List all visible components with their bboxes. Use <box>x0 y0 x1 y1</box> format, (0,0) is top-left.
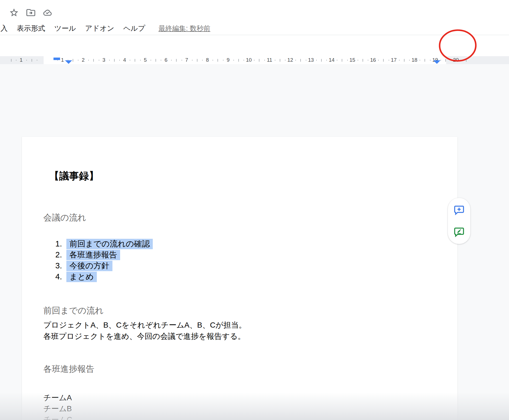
ruler-number: 8 <box>197 57 218 63</box>
team-line[interactable]: チームA <box>43 392 72 403</box>
ruler-tick <box>26 60 27 61</box>
ruler-unit: 9 <box>218 56 239 64</box>
list-item-number: 2. <box>22 250 62 260</box>
ruler-unit: 3 <box>94 56 114 64</box>
ruler-tick <box>37 60 37 61</box>
teams-paragraph: チームAチームBチームC <box>43 392 72 420</box>
ruler-number: 14 <box>321 57 342 63</box>
cloud-saved-icon[interactable] <box>42 7 53 18</box>
ruler-number: 10 <box>239 57 259 63</box>
ruler-unit: 6 <box>156 56 177 64</box>
list-item-number: 1. <box>22 239 62 249</box>
list-item[interactable]: 2. 各班進捗報告 <box>22 250 457 261</box>
list-item-number: 4. <box>22 272 62 282</box>
ruler-number: 11 <box>259 57 280 63</box>
add-comment-icon <box>453 204 465 216</box>
ruler-unit: 12 <box>280 56 301 64</box>
ruler-number: 15 <box>342 57 363 63</box>
ruler-unit: 20 <box>446 56 466 64</box>
menu-item[interactable]: 表示形式 <box>17 24 45 33</box>
agenda-list: 1. 前回までの流れの確認 2. 各班進捗報告 3. 今後の方針 4. まとめ <box>22 239 457 283</box>
ruler-number: 3 <box>94 57 114 63</box>
ruler-unit: 8 <box>197 56 218 64</box>
document-quick-actions <box>9 7 53 18</box>
ruler-tick <box>16 60 16 61</box>
doc-title: 【議事録】 <box>49 170 99 182</box>
ruler-number: 12 <box>280 57 301 63</box>
ruler-unit: 15 <box>342 56 363 64</box>
left-indent-marker[interactable] <box>65 60 72 64</box>
team-line[interactable]: チームC <box>43 414 72 420</box>
ruler-number: 17 <box>383 57 404 63</box>
ruler-unit: 14 <box>321 56 342 64</box>
ruler-unit: 13 <box>301 56 321 64</box>
menubar: 入表示形式ツールアドオンヘルプ 最終編集: 数秒前 <box>0 24 509 34</box>
list-item[interactable]: 4. まとめ <box>22 272 457 283</box>
body-line[interactable]: 各班プロジェクトを進め、今回の会議で進捗を報告する。 <box>43 331 246 342</box>
ruler-number: 4 <box>114 57 135 63</box>
last-edit-link[interactable]: 最終編集: 数秒前 <box>159 24 210 32</box>
ruler-unit: 5 <box>135 56 156 64</box>
toolbar: 標準テキス... Arial − 11 + B I U A <box>0 35 509 56</box>
star-icon[interactable] <box>9 7 19 18</box>
list-item[interactable]: 1. 前回までの流れの確認 <box>22 239 457 250</box>
document-canvas: 【議事録】 会議の流れ 1. 前回までの流れの確認 2. 各班進捗報告 3. 今… <box>0 64 509 420</box>
suggest-edits-fab[interactable] <box>453 225 466 239</box>
ruler-unit: 17 <box>383 56 404 64</box>
ruler-unit: 10 <box>239 56 259 64</box>
ruler-unit: 11 <box>259 56 280 64</box>
team-line[interactable]: チームB <box>43 403 72 414</box>
ruler-number: 16 <box>363 57 384 63</box>
menu-item[interactable]: ヘルプ <box>123 24 145 33</box>
ruler-number: 2 <box>73 57 94 63</box>
ruler-number: 13 <box>301 57 321 63</box>
menu-item[interactable]: アドオン <box>85 24 114 33</box>
menu-item[interactable]: 入 <box>1 24 8 33</box>
ruler-tick <box>32 59 32 62</box>
document-page[interactable]: 【議事録】 会議の流れ 1. 前回までの流れの確認 2. 各班進捗報告 3. 今… <box>22 137 457 420</box>
right-indent-marker[interactable] <box>433 60 440 64</box>
move-folder-icon[interactable] <box>25 7 36 18</box>
menu-items: 入表示形式ツールアドオンヘルプ <box>1 24 145 33</box>
ruler-unit: 7 <box>176 56 197 64</box>
add-comment-fab[interactable] <box>453 203 466 217</box>
margin-action-pill <box>448 198 470 244</box>
ruler-number: 5 <box>135 57 156 63</box>
heading-progress: 各班進捗報告 <box>43 364 94 374</box>
ruler-number: 6 <box>156 57 177 63</box>
ruler-margin-number: 1 <box>17 57 25 63</box>
first-line-indent-marker[interactable] <box>53 58 60 60</box>
suggest-edits-icon <box>453 226 465 238</box>
ruler-unit: 2 <box>73 56 94 64</box>
list-item-number: 3. <box>22 261 62 271</box>
ruler-number: 7 <box>176 57 197 63</box>
list-item-text-selected: まとめ <box>66 272 97 282</box>
previous-paragraph: プロジェクトA、B、CをそれぞれチームA、B、Cが担当。各班プロジェクトを進め、… <box>43 319 246 342</box>
list-item-text-selected: 今後の方針 <box>66 261 112 271</box>
ruler-number: 18 <box>404 57 425 63</box>
titlebar <box>0 0 509 22</box>
ruler: 1 1 2 3 4 5 <box>0 56 509 64</box>
ruler-scale: 1 2 3 4 5 6 <box>52 56 466 64</box>
ruler-number: 20 <box>446 57 466 63</box>
menu-item[interactable]: ツール <box>54 24 76 33</box>
ruler-unit: 16 <box>363 56 384 64</box>
heading-previous: 前回までの流れ <box>43 305 104 316</box>
list-item-text-selected: 各班進捗報告 <box>66 250 120 260</box>
heading-agenda: 会議の流れ <box>43 212 86 223</box>
ruler-unit: 4 <box>114 56 135 64</box>
ruler-tick <box>11 59 12 62</box>
list-item[interactable]: 3. 今後の方針 <box>22 261 457 272</box>
ruler-number: 9 <box>218 57 239 63</box>
list-item-text-selected: 前回までの流れの確認 <box>66 239 153 249</box>
body-line[interactable]: プロジェクトA、B、CをそれぞれチームA、B、Cが担当。 <box>43 319 246 331</box>
ruler-unit: 18 <box>404 56 425 64</box>
